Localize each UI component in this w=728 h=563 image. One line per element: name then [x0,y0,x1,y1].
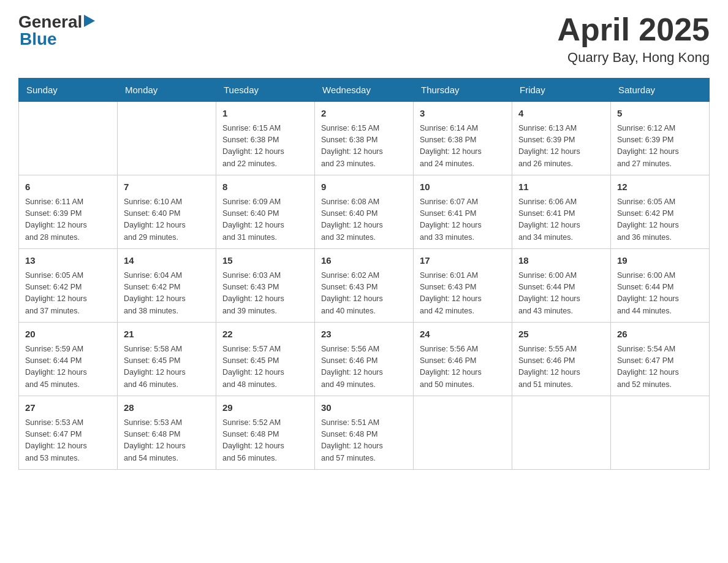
day-info: Sunrise: 5:59 AMSunset: 6:44 PMDaylight:… [25,343,111,391]
day-info: Sunrise: 6:05 AMSunset: 6:42 PMDaylight:… [617,196,703,244]
day-info: Sunrise: 6:13 AMSunset: 6:39 PMDaylight:… [518,123,604,170]
table-row: 9Sunrise: 6:08 AMSunset: 6:40 PMDaylight… [315,175,414,249]
day-info: Sunrise: 5:56 AMSunset: 6:46 PMDaylight:… [321,343,407,391]
logo: General Blue [18,12,95,49]
day-number: 7 [124,180,210,194]
day-number: 17 [420,254,506,268]
day-number: 11 [518,180,604,194]
day-info: Sunrise: 6:10 AMSunset: 6:40 PMDaylight:… [124,196,210,244]
day-number: 19 [617,254,703,268]
col-sunday: Sunday [19,79,118,102]
day-info: Sunrise: 6:00 AMSunset: 6:44 PMDaylight:… [518,270,604,318]
table-row: 30Sunrise: 5:51 AMSunset: 6:48 PMDayligh… [315,396,414,470]
table-row: 13Sunrise: 6:05 AMSunset: 6:42 PMDayligh… [19,249,118,323]
table-row: 26Sunrise: 5:54 AMSunset: 6:47 PMDayligh… [611,323,710,396]
table-row: 18Sunrise: 6:00 AMSunset: 6:44 PMDayligh… [512,249,611,323]
table-row: 1Sunrise: 6:15 AMSunset: 6:38 PMDaylight… [216,102,315,175]
day-number: 22 [222,327,308,342]
day-info: Sunrise: 6:15 AMSunset: 6:38 PMDaylight:… [321,123,407,170]
day-number: 26 [617,327,703,342]
day-info: Sunrise: 6:11 AMSunset: 6:39 PMDaylight:… [25,196,111,244]
day-number: 18 [518,254,604,268]
calendar-subtitle: Quarry Bay, Hong Kong [557,50,710,66]
day-info: Sunrise: 5:58 AMSunset: 6:45 PMDaylight:… [124,343,210,391]
table-row [611,396,710,470]
table-row: 24Sunrise: 5:56 AMSunset: 6:46 PMDayligh… [414,323,512,396]
day-number: 27 [25,401,111,415]
day-info: Sunrise: 6:01 AMSunset: 6:43 PMDaylight:… [420,270,506,318]
day-number: 25 [518,327,604,342]
col-thursday: Thursday [414,79,512,102]
table-row [414,396,512,470]
col-tuesday: Tuesday [216,79,315,102]
day-number: 2 [321,107,407,121]
day-info: Sunrise: 6:05 AMSunset: 6:42 PMDaylight:… [25,270,111,318]
table-row [512,396,611,470]
day-number: 21 [124,327,210,342]
col-friday: Friday [512,79,611,102]
table-row: 8Sunrise: 6:09 AMSunset: 6:40 PMDaylight… [216,175,315,249]
page-header: General Blue April 2025 Quarry Bay, Hong… [18,12,710,66]
col-wednesday: Wednesday [315,79,414,102]
table-row: 19Sunrise: 6:00 AMSunset: 6:44 PMDayligh… [611,249,710,323]
table-row: 22Sunrise: 5:57 AMSunset: 6:45 PMDayligh… [216,323,315,396]
day-info: Sunrise: 5:55 AMSunset: 6:46 PMDaylight:… [518,343,604,391]
day-number: 30 [321,401,407,415]
day-info: Sunrise: 5:57 AMSunset: 6:45 PMDaylight:… [222,343,308,391]
day-number: 3 [420,107,506,121]
day-number: 24 [420,327,506,342]
day-info: Sunrise: 6:15 AMSunset: 6:38 PMDaylight:… [222,123,308,170]
table-row: 14Sunrise: 6:04 AMSunset: 6:42 PMDayligh… [118,249,216,323]
calendar-title: April 2025 [557,12,710,47]
table-row: 15Sunrise: 6:03 AMSunset: 6:43 PMDayligh… [216,249,315,323]
title-area: April 2025 Quarry Bay, Hong Kong [557,12,710,66]
table-row [19,102,118,175]
day-number: 6 [25,180,111,194]
logo-blue-text: Blue [20,29,57,49]
day-info: Sunrise: 6:06 AMSunset: 6:41 PMDaylight:… [518,196,604,244]
day-number: 23 [321,327,407,342]
day-number: 20 [25,327,111,342]
day-info: Sunrise: 5:53 AMSunset: 6:47 PMDaylight:… [25,417,111,465]
table-row: 7Sunrise: 6:10 AMSunset: 6:40 PMDaylight… [118,175,216,249]
day-number: 10 [420,180,506,194]
day-number: 4 [518,107,604,121]
day-number: 29 [222,401,308,415]
table-row: 4Sunrise: 6:13 AMSunset: 6:39 PMDaylight… [512,102,611,175]
day-info: Sunrise: 6:12 AMSunset: 6:39 PMDaylight:… [617,123,703,170]
day-number: 9 [321,180,407,194]
table-row: 28Sunrise: 5:53 AMSunset: 6:48 PMDayligh… [118,396,216,470]
table-row: 23Sunrise: 5:56 AMSunset: 6:46 PMDayligh… [315,323,414,396]
day-info: Sunrise: 6:14 AMSunset: 6:38 PMDaylight:… [420,123,506,170]
table-row: 29Sunrise: 5:52 AMSunset: 6:48 PMDayligh… [216,396,315,470]
day-info: Sunrise: 6:00 AMSunset: 6:44 PMDaylight:… [617,270,703,318]
calendar-body: 1Sunrise: 6:15 AMSunset: 6:38 PMDaylight… [19,102,710,470]
calendar-header: Sunday Monday Tuesday Wednesday Thursday… [19,79,710,102]
table-row: 16Sunrise: 6:02 AMSunset: 6:43 PMDayligh… [315,249,414,323]
table-row [118,102,216,175]
table-row: 2Sunrise: 6:15 AMSunset: 6:38 PMDaylight… [315,102,414,175]
col-monday: Monday [118,79,216,102]
day-number: 15 [222,254,308,268]
day-number: 5 [617,107,703,121]
table-row: 10Sunrise: 6:07 AMSunset: 6:41 PMDayligh… [414,175,512,249]
table-row: 12Sunrise: 6:05 AMSunset: 6:42 PMDayligh… [611,175,710,249]
calendar-table: Sunday Monday Tuesday Wednesday Thursday… [18,78,710,470]
day-info: Sunrise: 6:02 AMSunset: 6:43 PMDaylight:… [321,270,407,318]
day-number: 16 [321,254,407,268]
table-row: 6Sunrise: 6:11 AMSunset: 6:39 PMDaylight… [19,175,118,249]
logo-arrow-icon [84,15,95,29]
day-info: Sunrise: 6:07 AMSunset: 6:41 PMDaylight:… [420,196,506,244]
svg-marker-0 [84,15,95,27]
day-number: 8 [222,180,308,194]
day-info: Sunrise: 5:52 AMSunset: 6:48 PMDaylight:… [222,417,308,465]
day-info: Sunrise: 6:08 AMSunset: 6:40 PMDaylight:… [321,196,407,244]
day-info: Sunrise: 6:04 AMSunset: 6:42 PMDaylight:… [124,270,210,318]
table-row: 27Sunrise: 5:53 AMSunset: 6:47 PMDayligh… [19,396,118,470]
day-number: 14 [124,254,210,268]
col-saturday: Saturday [611,79,710,102]
day-number: 1 [222,107,308,121]
table-row: 17Sunrise: 6:01 AMSunset: 6:43 PMDayligh… [414,249,512,323]
day-number: 13 [25,254,111,268]
table-row: 3Sunrise: 6:14 AMSunset: 6:38 PMDaylight… [414,102,512,175]
